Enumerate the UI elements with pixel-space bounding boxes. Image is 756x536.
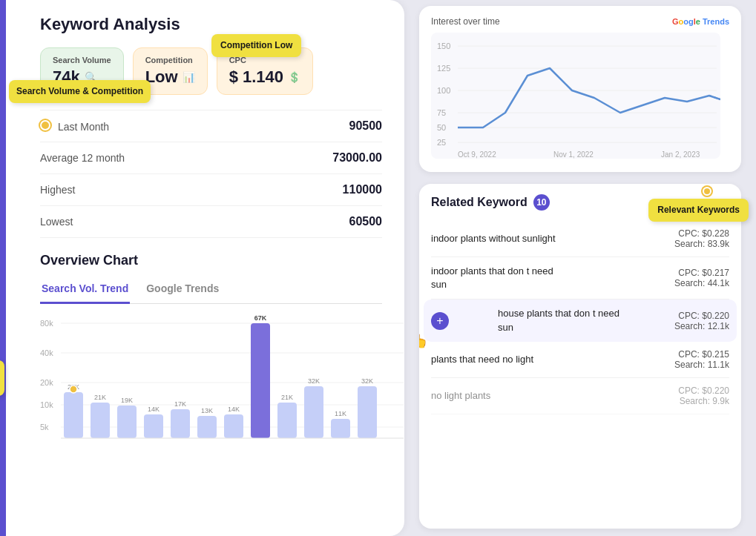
svg-text:100: 100 xyxy=(437,86,450,95)
svg-text:17K: 17K xyxy=(174,400,186,408)
keyword-search-4: Search: 11.1k xyxy=(674,360,729,370)
keyword-item-5: no light plants CPC: $0.220 Search: 9.9k xyxy=(431,378,729,414)
svg-text:Nov 1, 2022: Nov 1, 2022 xyxy=(553,150,594,159)
last-month-value: 90500 xyxy=(349,119,383,133)
svg-text:40k: 40k xyxy=(40,348,53,357)
keyword-cpc-3: CPC: $0.220 xyxy=(674,311,729,321)
keyword-stats-1: CPC: $0.228 Search: 83.9k xyxy=(674,228,729,249)
svg-rect-29 xyxy=(304,386,323,438)
svg-text:21K: 21K xyxy=(94,394,106,401)
keyword-stats-5: CPC: $0.220 Search: 9.9k xyxy=(678,386,729,406)
svg-rect-33 xyxy=(358,386,377,438)
overview-chart-title: Overview Chart xyxy=(40,253,382,268)
svg-point-12 xyxy=(70,386,77,393)
svg-rect-23 xyxy=(224,414,243,438)
svg-text:19K: 19K xyxy=(121,397,133,404)
competition-label: Competition xyxy=(145,56,195,64)
stats-row-avg: Average 12 month 73000.00 xyxy=(40,142,382,174)
lowest-value: 60500 xyxy=(349,215,383,228)
keyword-search-5: Search: 9.9k xyxy=(678,396,729,406)
google-trends-badge: Google Trends xyxy=(672,17,729,26)
trends-card: Interest over time Google Trends 150 125… xyxy=(419,6,741,172)
keyword-search-3: Search: 12.1k xyxy=(674,321,729,331)
tab-search-vol-trend[interactable]: Search Vol. Trend xyxy=(40,278,130,304)
svg-rect-13 xyxy=(91,403,110,438)
keyword-stats-4: CPC: $0.215 Search: 11.1k xyxy=(674,349,729,370)
svg-rect-17 xyxy=(144,414,163,438)
svg-text:32K: 32K xyxy=(308,377,320,385)
tab-google-trends[interactable]: Google Trends xyxy=(145,278,220,304)
highest-value: 110000 xyxy=(343,183,382,196)
keyword-cpc-1: CPC: $0.228 xyxy=(674,228,729,239)
bar-chart-svg: 80k 40k 20k 10k 5k 27K xyxy=(40,316,404,457)
keyword-search-1: Search: 83.9k xyxy=(674,239,729,249)
keyword-item-1: indoor plants without sunlight CPC: $0.2… xyxy=(431,221,729,257)
chart-tabs: Search Vol. Trend Google Trends xyxy=(40,277,382,304)
keyword-name-4: plants that need no light xyxy=(431,353,533,366)
keyword-cpc-5: CPC: $0.220 xyxy=(678,386,729,396)
svg-text:150: 150 xyxy=(437,42,450,50)
svg-text:67K: 67K xyxy=(254,316,267,322)
svg-rect-21 xyxy=(197,416,217,438)
svg-text:32K: 32K xyxy=(361,377,373,385)
cpc-icon: 💲 xyxy=(288,71,300,83)
annotation-12months: 12 MonthsKeyword Trend xyxy=(0,360,4,396)
plus-button[interactable]: + xyxy=(431,312,449,330)
competition-icon: 📊 xyxy=(183,71,195,83)
keyword-name-1: indoor plants without sunlight xyxy=(431,232,556,245)
svg-rect-15 xyxy=(117,406,137,438)
svg-text:125: 125 xyxy=(437,64,450,73)
svg-text:75: 75 xyxy=(437,108,446,117)
lowest-label: Lowest xyxy=(40,216,73,228)
svg-text:50: 50 xyxy=(437,123,446,132)
cpc-label: CPC xyxy=(229,56,300,64)
keyword-cpc-2: CPC: $0.217 xyxy=(674,268,729,278)
stats-row-lowest: Lowest 60500 xyxy=(40,206,382,238)
svg-text:14K: 14K xyxy=(228,406,240,413)
svg-rect-27 xyxy=(277,403,297,438)
competition-value: Low 📊 xyxy=(145,67,195,87)
dot-yellow xyxy=(40,120,50,130)
svg-text:13K: 13K xyxy=(201,407,213,414)
svg-rect-19 xyxy=(171,409,190,438)
avg-value: 73000.00 xyxy=(332,151,382,165)
avg-label: Average 12 month xyxy=(40,152,125,164)
svg-text:5k: 5k xyxy=(40,423,49,431)
svg-text:25: 25 xyxy=(437,138,446,147)
keyword-name-2: indoor plants that don t need sun xyxy=(431,265,565,291)
keyword-item-2: indoor plants that don t need sun CPC: $… xyxy=(431,257,729,300)
left-accent-border xyxy=(0,0,6,536)
panel-title: Keyword Analysis xyxy=(40,15,382,34)
keyword-item-3: + house plants that don t need sun CPC: … xyxy=(424,300,737,341)
svg-text:Jan 2, 2023: Jan 2, 2023 xyxy=(661,150,700,159)
svg-text:20k: 20k xyxy=(40,378,53,387)
svg-text:Oct 9, 2022: Oct 9, 2022 xyxy=(458,150,496,159)
annotation-search-volume: Search Volume & Competition xyxy=(9,80,151,103)
svg-rect-25 xyxy=(251,323,270,438)
keywords-section: Related Keyword 10 indoor plants without… xyxy=(419,184,741,529)
keyword-stats-3: CPC: $0.220 Search: 12.1k xyxy=(674,311,729,331)
svg-rect-31 xyxy=(331,419,350,438)
stats-row-highest: Highest 110000 xyxy=(40,174,382,206)
bar-chart-area: 12 MonthsKeyword Trend 80k 40k 20k 10k 5… xyxy=(40,316,382,464)
keyword-stats-2: CPC: $0.217 Search: 44.1k xyxy=(674,268,729,288)
last-month-label: Last Month xyxy=(40,120,109,133)
annotation-relevant-keywords: Relevant Keywords xyxy=(648,199,749,222)
keywords-count: 10 xyxy=(533,194,550,211)
annotation-competition-low: Competition Low xyxy=(211,34,301,57)
right-panel: Interest over time Google Trends 150 125… xyxy=(404,0,756,536)
trends-header: Interest over time Google Trends xyxy=(431,16,729,27)
dot-yellow-keywords xyxy=(703,185,711,199)
trends-header-label: Interest over time xyxy=(431,16,500,27)
stats-row-last-month: Last Month 90500 xyxy=(40,110,382,142)
trends-chart-svg: 150 125 100 75 50 25 Oct 9, 2022 Nov 1, … xyxy=(431,33,720,159)
svg-text:11K: 11K xyxy=(335,410,346,417)
keywords-title: Related Keyword xyxy=(431,196,527,209)
svg-text:14K: 14K xyxy=(148,406,160,413)
stats-table: Last Month 90500 Average 12 month 73000.… xyxy=(40,110,382,238)
svg-text:21K: 21K xyxy=(281,394,293,401)
svg-text:10k: 10k xyxy=(40,400,53,409)
search-volume-label: Search Volume xyxy=(53,56,111,64)
cpc-value: $ 1.140 💲 xyxy=(229,67,300,87)
cursor-icon: 👆 xyxy=(419,333,428,349)
